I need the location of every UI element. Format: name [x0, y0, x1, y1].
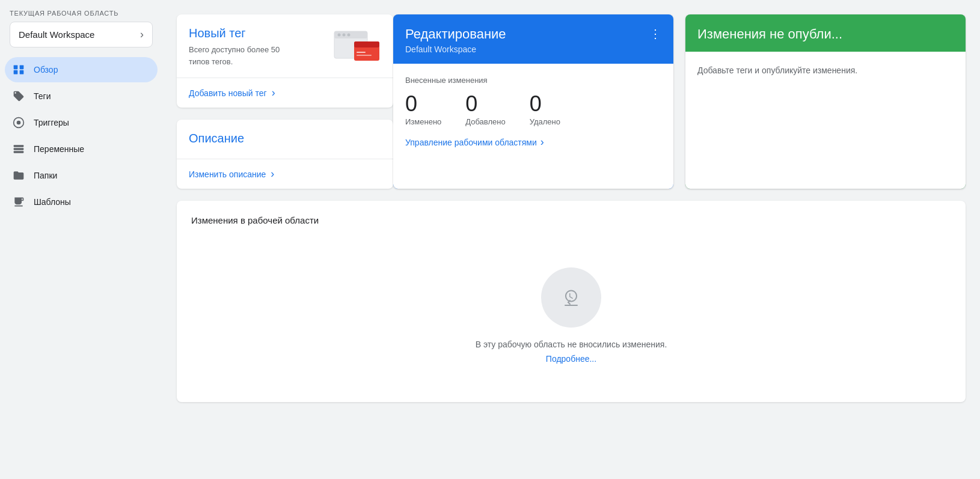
svg-rect-1: [20, 66, 24, 70]
svg-rect-2: [14, 70, 18, 75]
publish-description: Добавьте теги и опубликуйте изменения.: [697, 64, 954, 77]
publish-card-top: Изменения не опубли...: [685, 14, 966, 52]
changes-label: Внесенные изменения: [405, 76, 661, 85]
empty-state-link[interactable]: Подробнее...: [546, 354, 596, 364]
svg-rect-3: [20, 70, 24, 75]
editing-card-body: Внесенные изменения 0 Изменено 0 Добавле…: [393, 64, 673, 189]
publish-card: Изменения не опубли... Добавьте теги и о…: [685, 14, 966, 189]
svg-rect-17: [357, 55, 372, 56]
edit-description-link[interactable]: Изменить описание ›: [177, 159, 393, 189]
sidebar-nav: Обзор Теги Триггеры: [0, 57, 162, 216]
editing-menu-button[interactable]: ⋮: [649, 26, 661, 41]
stat-added-label: Добавлено: [465, 117, 505, 126]
sidebar-item-triggers-label: Триггеры: [34, 118, 69, 127]
new-tag-description: Всего доступно более 50 типов тегов.: [189, 44, 297, 67]
sidebar-item-overview[interactable]: Обзор: [5, 57, 158, 82]
svg-point-5: [17, 121, 21, 125]
editing-card-top: Редактирование Default Workspace ⋮: [393, 14, 673, 64]
stat-added: 0 Добавлено: [465, 93, 505, 126]
workspace-changes-title: Изменения в рабочей области: [191, 215, 951, 225]
stat-changed-number: 0: [405, 93, 441, 115]
sidebar-item-triggers[interactable]: Триггеры: [5, 110, 158, 135]
empty-state-text: В эту рабочую область не вносились измен…: [476, 340, 667, 349]
svg-rect-16: [357, 52, 366, 53]
editing-card: Редактирование Default Workspace ⋮ Внесе…: [393, 14, 673, 189]
tag-illustration: [333, 26, 381, 68]
stat-changed: 0 Изменено: [405, 93, 441, 126]
workspace-changes-section: Изменения в рабочей области В эту рабочу…: [177, 201, 966, 402]
svg-point-11: [338, 34, 341, 37]
description-card-top: Описание: [177, 120, 393, 159]
add-new-tag-label: Добавить новый тег: [189, 88, 267, 98]
svg-point-12: [343, 34, 346, 37]
add-new-tag-link[interactable]: Добавить новый тег ›: [177, 78, 393, 108]
variable-icon: [12, 142, 25, 156]
manage-workspaces-label: Управление рабочими областями: [405, 138, 537, 147]
editing-subtitle: Default Workspace: [405, 44, 506, 54]
workspace-arrow-icon: ›: [140, 28, 144, 41]
empty-state-icon: [541, 267, 601, 328]
manage-workspaces-arrow-icon: ›: [541, 136, 544, 148]
stat-deleted-number: 0: [530, 93, 560, 115]
sidebar-item-variables[interactable]: Переменные: [5, 136, 158, 162]
empty-state: В эту рабочую область не вносились измен…: [191, 243, 951, 388]
editing-title: Редактирование: [405, 26, 506, 42]
new-tag-title: Новый тег: [189, 26, 297, 40]
add-new-tag-arrow-icon: ›: [272, 87, 275, 99]
workspace-name: Default Workspace: [19, 29, 94, 40]
workspace-label: ТЕКУЩАЯ РАБОЧАЯ ОБЛАСТЬ: [10, 10, 153, 17]
overview-icon: [12, 63, 25, 76]
new-tag-card: Новый тег Всего доступно более 50 типов …: [177, 14, 393, 108]
changes-stats: 0 Изменено 0 Добавлено 0 Удалено: [405, 93, 661, 126]
manage-workspaces-link[interactable]: Управление рабочими областями ›: [405, 136, 661, 148]
edit-description-arrow-icon: ›: [271, 168, 274, 180]
sidebar-item-tags-label: Теги: [34, 91, 51, 101]
sidebar-item-folders[interactable]: Папки: [5, 163, 158, 188]
trigger-icon: [12, 116, 25, 129]
sidebar: ТЕКУЩАЯ РАБОЧАЯ ОБЛАСТЬ Default Workspac…: [0, 0, 162, 479]
tag-icon: [12, 90, 25, 103]
sidebar-item-templates[interactable]: Шаблоны: [5, 189, 158, 215]
svg-rect-8: [14, 151, 24, 153]
edit-description-label: Изменить описание: [189, 169, 266, 179]
svg-rect-0: [14, 66, 18, 70]
folder-icon: [12, 169, 25, 182]
publish-card-body: Добавьте теги и опубликуйте изменения.: [685, 52, 966, 189]
sidebar-item-variables-label: Переменные: [34, 144, 84, 154]
template-icon: [12, 195, 25, 209]
svg-rect-15: [354, 41, 379, 47]
main-content: Новый тег Всего доступно более 50 типов …: [162, 0, 980, 479]
sidebar-item-overview-label: Обзор: [34, 65, 58, 75]
publish-title: Изменения не опубли...: [697, 26, 954, 42]
sidebar-item-tags[interactable]: Теги: [5, 84, 158, 109]
stat-added-number: 0: [465, 93, 505, 115]
new-tag-card-top: Новый тег Всего доступно более 50 типов …: [177, 14, 393, 78]
svg-point-13: [348, 34, 351, 37]
sidebar-item-templates-label: Шаблоны: [34, 197, 71, 207]
stat-changed-label: Изменено: [405, 117, 441, 126]
sidebar-item-folders-label: Папки: [34, 171, 57, 180]
svg-rect-7: [14, 148, 24, 150]
workspace-selector[interactable]: Default Workspace ›: [10, 22, 153, 47]
stat-deleted: 0 Удалено: [530, 93, 560, 126]
svg-rect-6: [14, 145, 24, 147]
description-card: Описание Изменить описание ›: [177, 120, 393, 189]
stat-deleted-label: Удалено: [530, 117, 560, 126]
description-title: Описание: [189, 132, 244, 145]
workspace-section: ТЕКУЩАЯ РАБОЧАЯ ОБЛАСТЬ Default Workspac…: [0, 0, 162, 52]
cards-row: Новый тег Всего доступно более 50 типов …: [177, 14, 966, 189]
